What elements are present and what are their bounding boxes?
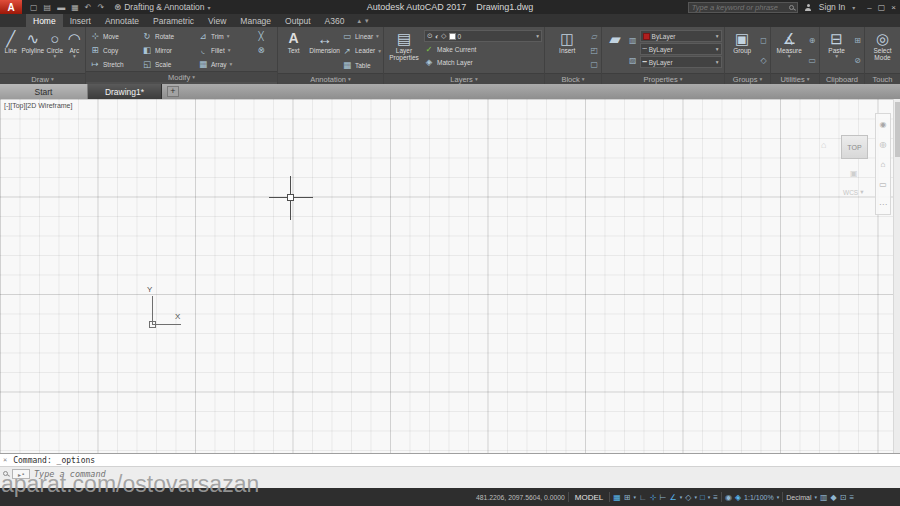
array-button[interactable]: ▦Array▾ xyxy=(198,58,256,70)
scale-button[interactable]: ◱Scale xyxy=(142,58,198,70)
panel-label-touch[interactable]: Touch xyxy=(865,73,900,84)
chevron-down-icon[interactable]: ▾ xyxy=(815,494,818,500)
ribbon-collapse-control[interactable]: ▴ ▾ xyxy=(351,14,374,27)
grid-toggle-icon[interactable]: ▦ xyxy=(613,493,621,502)
dimension-button[interactable]: ↔ Dimension xyxy=(309,28,340,73)
erase-button[interactable]: ╳ xyxy=(256,30,270,42)
panel-label-draw[interactable]: Draw▾ xyxy=(0,73,85,84)
redo-icon[interactable]: ↷ xyxy=(97,3,104,12)
paste-button[interactable]: ⊟ Paste ▾ xyxy=(822,28,851,73)
fillet-button[interactable]: ◟Fillet▾ xyxy=(198,44,256,56)
circle-button[interactable]: ○ Circle ▾ xyxy=(46,28,63,73)
polyline-button[interactable]: ∿ Polyline xyxy=(21,28,44,73)
stretch-button[interactable]: ↦Stretch xyxy=(90,58,142,70)
ortho-mode-icon[interactable]: ⊢ xyxy=(660,493,667,502)
isolate-objects-icon[interactable]: ◆ xyxy=(831,493,837,502)
plot-icon[interactable]: ▦ xyxy=(71,3,79,12)
layer-properties-button[interactable]: ▤ Layer Properties xyxy=(386,28,422,73)
chevron-down-icon[interactable]: ▾ xyxy=(777,494,780,500)
create-block-icon[interactable]: ▱ xyxy=(591,32,597,41)
make-current-button[interactable]: ✓Make Current xyxy=(424,43,542,55)
mirror-button[interactable]: ◧Mirror xyxy=(142,44,198,56)
linear-button[interactable]: ▭Linear▾ xyxy=(342,30,381,42)
object-snap-icon[interactable]: □ xyxy=(700,493,705,502)
application-menu-button[interactable]: A xyxy=(0,0,22,14)
panel-label-clipboard[interactable]: Clipboard xyxy=(820,73,864,84)
chevron-down-icon[interactable]: ▾ xyxy=(694,494,697,500)
zoom-extents-icon[interactable]: ⌂ xyxy=(881,160,886,169)
panel-label-block[interactable]: Block▾ xyxy=(545,73,601,84)
viewcube[interactable]: TOP xyxy=(841,135,868,159)
id-point-icon[interactable]: ▭ xyxy=(808,56,816,65)
clean-screen-icon[interactable]: ⊡ xyxy=(840,493,847,502)
new-icon[interactable]: ▢ xyxy=(30,3,38,12)
match-layer-button[interactable]: ◈Match Layer xyxy=(424,56,542,68)
annotation-scale-button[interactable]: 1:1/100% xyxy=(744,494,774,501)
tab-manage[interactable]: Manage xyxy=(233,14,278,27)
save-icon[interactable]: ▬ xyxy=(57,3,65,12)
rotate-button[interactable]: ↻Rotate xyxy=(142,30,198,42)
customization-icon[interactable]: ≡ xyxy=(849,493,854,502)
tab-insert[interactable]: Insert xyxy=(63,14,98,27)
chevron-down-icon[interactable]: ▾ xyxy=(852,4,855,11)
lineweight-toggle-icon[interactable]: ≡ xyxy=(713,493,718,502)
group-edit-icon[interactable]: ◇ xyxy=(761,56,767,65)
viewcube-home-icon[interactable]: ⌂ xyxy=(821,140,826,150)
minimize-button[interactable]: – xyxy=(867,3,871,12)
open-icon[interactable]: ▤ xyxy=(44,3,52,12)
model-space-button[interactable]: MODEL xyxy=(575,493,603,502)
navbar-more-icon[interactable]: ⋯ xyxy=(879,200,887,209)
isometric-drafting-icon[interactable]: ◇ xyxy=(685,493,691,502)
chevron-down-icon[interactable]: ▾ xyxy=(680,494,683,500)
tab-output[interactable]: Output xyxy=(278,14,318,27)
chevron-down-icon[interactable]: ▾ xyxy=(708,494,711,500)
tab-drawing1[interactable]: Drawing1* xyxy=(88,84,162,99)
viewport-controls[interactable]: [-][Top][2D Wireframe] xyxy=(4,102,72,109)
new-drawing-tab-button[interactable]: + xyxy=(167,86,179,97)
search-icon[interactable] xyxy=(789,5,794,10)
panel-label-utilities[interactable]: Utilities▾ xyxy=(771,73,819,84)
transparency-properties-icon[interactable]: ▨ xyxy=(629,56,637,65)
leader-button[interactable]: ↗Leader▾ xyxy=(342,45,381,57)
tab-a360[interactable]: A360 xyxy=(318,14,352,27)
block-attributes-icon[interactable]: ▢ xyxy=(590,60,598,69)
full-navigation-wheel-icon[interactable]: ◉ xyxy=(880,120,887,129)
copy-button[interactable]: ⊞Copy xyxy=(90,44,142,56)
vertical-scrollbar[interactable] xyxy=(893,99,900,453)
orbit-icon[interactable]: ▭ xyxy=(879,180,887,189)
tab-parametric[interactable]: Parametric xyxy=(146,14,201,27)
quick-properties-icon[interactable]: ▥ xyxy=(820,493,828,502)
move-button[interactable]: ⊹Move xyxy=(90,30,142,42)
match-properties-button[interactable]: ▰ xyxy=(604,28,626,73)
insert-block-button[interactable]: ◫ Insert xyxy=(547,28,587,73)
measure-button[interactable]: ∡ Measure ▾ xyxy=(773,28,805,73)
panel-label-properties[interactable]: Properties▾ xyxy=(602,73,724,84)
list-properties-icon[interactable]: ▥ xyxy=(629,36,637,45)
text-button[interactable]: A Text xyxy=(280,28,307,73)
layer-dropdown[interactable]: ⊙ ◐ ◇ 0 ▾ xyxy=(424,30,542,42)
copy-clip-icon[interactable]: ⊞ xyxy=(854,36,861,45)
chevron-down-icon[interactable]: ▾ xyxy=(634,494,637,500)
panel-label-layers[interactable]: Layers▾ xyxy=(384,73,544,84)
undo-icon[interactable]: ↶ xyxy=(85,3,92,12)
group-button[interactable]: ▣ Group xyxy=(727,28,757,73)
sign-in-button[interactable]: Sign In xyxy=(819,2,845,12)
trim-button[interactable]: ⊿Trim▾ xyxy=(198,30,256,42)
snap-toggle-icon[interactable]: ⊞ xyxy=(624,493,631,502)
polar-tracking-icon[interactable]: ∠ xyxy=(670,493,677,502)
table-button[interactable]: ▦Table xyxy=(342,59,381,71)
line-button[interactable]: ╱ Line xyxy=(2,28,19,73)
drawing-canvas[interactable]: [-][Top][2D Wireframe] Y X ⌂ TOP ▣ WCS ▾… xyxy=(0,99,893,453)
panel-label-groups[interactable]: Groups▾ xyxy=(725,73,770,84)
annotation-visibility-icon[interactable]: ◉ xyxy=(725,493,732,502)
explode-button[interactable]: ⊗ xyxy=(256,44,270,56)
tab-view[interactable]: View xyxy=(201,14,233,27)
close-button[interactable]: × xyxy=(891,3,896,12)
tab-home[interactable]: Home xyxy=(26,14,63,27)
units-button[interactable]: Decimal xyxy=(786,494,811,501)
dynamic-input-icon[interactable]: ⊹ xyxy=(650,493,657,502)
help-search-box[interactable] xyxy=(688,2,798,13)
linetype-dropdown[interactable]: ┄ ByLayer ▾ xyxy=(640,43,722,55)
pan-icon[interactable]: ◎ xyxy=(880,140,887,149)
panel-label-annotation[interactable]: Annotation▾ xyxy=(278,73,383,84)
